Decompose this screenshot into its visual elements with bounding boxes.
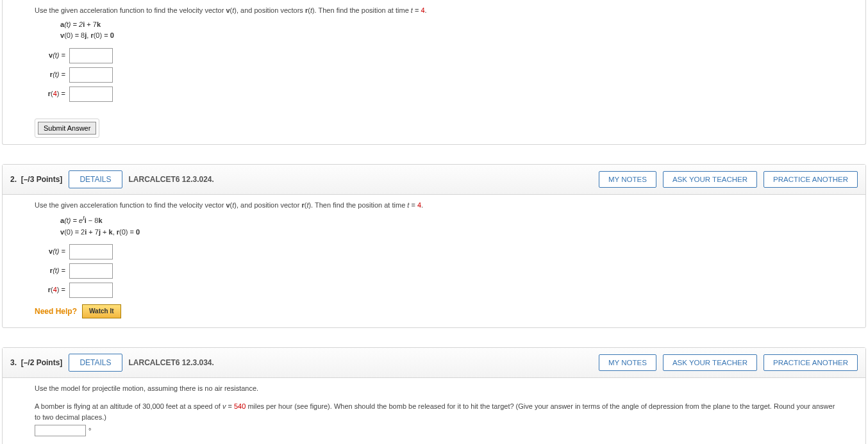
answer-input-r4[interactable] xyxy=(69,283,113,298)
unit-degrees: ° xyxy=(88,427,91,434)
answer-input-r[interactable] xyxy=(69,67,113,83)
text: − 8 xyxy=(87,217,99,224)
zero-symbol: 0 xyxy=(110,31,114,39)
text: + xyxy=(101,228,109,236)
num: 3. xyxy=(10,358,17,367)
question-2-header: 2. [–/3 Points] DETAILS LARCALCET6 12.3.… xyxy=(3,165,865,195)
answer-label: r(4) = xyxy=(35,88,65,100)
text: ) = xyxy=(57,286,65,293)
text: (t) = xyxy=(53,70,65,78)
q2-accel-line: a(t) = eti − 8k xyxy=(60,213,840,226)
q1-prompt: Use the given acceleration function to f… xyxy=(35,5,840,17)
text: (0) = 2 xyxy=(64,228,85,236)
text: ). Then find the position at time xyxy=(308,201,407,209)
text: ). Then find the position at time xyxy=(312,6,411,14)
text: + 7 xyxy=(87,228,99,236)
question-number: 2. [–/3 Points] xyxy=(10,175,62,184)
my-notes-button[interactable]: MY NOTES xyxy=(599,354,656,371)
text: (t) = xyxy=(53,51,65,59)
spacer xyxy=(35,395,840,401)
question-3: 3. [–/2 Points] DETAILS LARCALCET6 12.3.… xyxy=(2,347,866,444)
q1-accel-line: a(t) = 2i + 7k xyxy=(60,19,840,31)
details-button[interactable]: DETAILS xyxy=(69,170,122,188)
q2-answer-r: r(t) = xyxy=(35,263,840,279)
question-3-body: Use the model for projectile motion, ass… xyxy=(3,378,865,444)
q1-answer-v: v(t) = xyxy=(35,48,840,63)
submit-button[interactable]: Submit Answer xyxy=(38,122,96,135)
text: A bomber is flying at an altitude of 30,… xyxy=(35,402,222,410)
q1-given: a(t) = 2i + 7k v(0) = 8j, r(0) = 0 xyxy=(35,17,840,44)
answer-input-r[interactable] xyxy=(69,263,113,279)
answer-input-v[interactable] xyxy=(69,48,113,63)
text: (0) = xyxy=(94,31,110,39)
q1-answer-r4: r(4) = xyxy=(35,86,840,102)
q2-prompt: Use the given acceleration function to f… xyxy=(35,200,840,211)
q2-given: a(t) = eti − 8k v(0) = 2i + 7j + k, r(0)… xyxy=(35,211,840,240)
ask-teacher-button[interactable]: ASK YOUR TEACHER xyxy=(663,171,757,188)
text: = xyxy=(413,6,421,14)
answer-input-v[interactable] xyxy=(69,244,113,259)
text: (t) = xyxy=(53,247,65,255)
book-reference: LARCALCET6 12.3.024. xyxy=(129,175,214,184)
question-2: 2. [–/3 Points] DETAILS LARCALCET6 12.3.… xyxy=(2,164,866,328)
k-symbol: k xyxy=(97,21,101,28)
practice-another-button[interactable]: PRACTICE ANOTHER xyxy=(764,354,858,371)
spacer xyxy=(35,438,840,444)
question-3-header: 3. [–/2 Points] DETAILS LARCALCET6 12.3.… xyxy=(3,348,865,378)
points: [–/2 Points] xyxy=(21,358,63,367)
text: (t) = e xyxy=(64,217,83,224)
points: [–/3 Points] xyxy=(21,175,63,184)
book-reference: LARCALCET6 12.3.034. xyxy=(129,358,214,367)
question-1-partial: Use the given acceleration function to f… xyxy=(2,0,866,145)
q2-initial-line: v(0) = 2i + 7j + k, r(0) = 0 xyxy=(60,227,840,238)
my-notes-button[interactable]: MY NOTES xyxy=(599,171,656,188)
text: + 7 xyxy=(85,21,97,28)
k-symbol: k xyxy=(98,217,102,224)
r-symbol: r xyxy=(301,201,304,209)
details-button[interactable]: DETAILS xyxy=(69,354,122,372)
text: (t) = xyxy=(53,267,65,274)
t-var: t xyxy=(407,201,409,209)
q3-line2: A bomber is flying at an altitude of 30,… xyxy=(35,401,840,423)
answer-input-r4[interactable] xyxy=(69,86,113,102)
q2-answer-v: v(t) = xyxy=(35,244,840,259)
answer-label: r(t) = xyxy=(35,69,65,81)
text: Use the given acceleration function to f… xyxy=(35,6,226,14)
text: ), and position vector xyxy=(234,201,301,209)
answer-input-angle[interactable] xyxy=(35,425,86,436)
text: (t) = 2 xyxy=(64,21,83,28)
text: = xyxy=(226,402,234,410)
text: (0) = xyxy=(119,228,136,236)
answer-label: r(4) = xyxy=(35,284,65,296)
ask-teacher-button[interactable]: ASK YOUR TEACHER xyxy=(663,354,757,371)
answer-label: r(t) = xyxy=(35,265,65,277)
practice-another-button[interactable]: PRACTICE ANOTHER xyxy=(764,171,858,188)
text: Use the given acceleration function to f… xyxy=(35,201,226,209)
q1-initial-line: v(0) = 8j, r(0) = 0 xyxy=(60,30,840,42)
value: 4 xyxy=(417,201,421,209)
zero-symbol: 0 xyxy=(136,228,140,236)
answer-label: v(t) = xyxy=(35,246,65,258)
text: ) = xyxy=(57,90,65,97)
q1-answer-r: r(t) = xyxy=(35,67,840,83)
submit-row: Submit Answer xyxy=(3,115,865,144)
answer-label: v(t) = xyxy=(35,50,65,62)
question-number: 3. [–/2 Points] xyxy=(10,358,62,367)
need-help-row: Need Help? Watch It xyxy=(35,304,840,318)
q3-line1: Use the model for projectile motion, ass… xyxy=(35,383,840,395)
need-help-label: Need Help? xyxy=(35,306,77,318)
text: (0) = 8 xyxy=(64,31,85,39)
question-1-body: Use the given acceleration function to f… xyxy=(3,0,865,115)
text: . xyxy=(425,6,427,14)
text: ), and position vectors xyxy=(234,6,305,14)
value: 540 xyxy=(234,402,246,410)
q2-answer-r4: r(4) = xyxy=(35,283,840,298)
q3-answer-angle: ° xyxy=(35,425,840,437)
watch-it-button[interactable]: Watch It xyxy=(82,304,121,318)
v-symbol: v xyxy=(226,201,230,209)
question-2-body: Use the given acceleration function to f… xyxy=(3,195,865,327)
num: 2. xyxy=(10,175,17,184)
